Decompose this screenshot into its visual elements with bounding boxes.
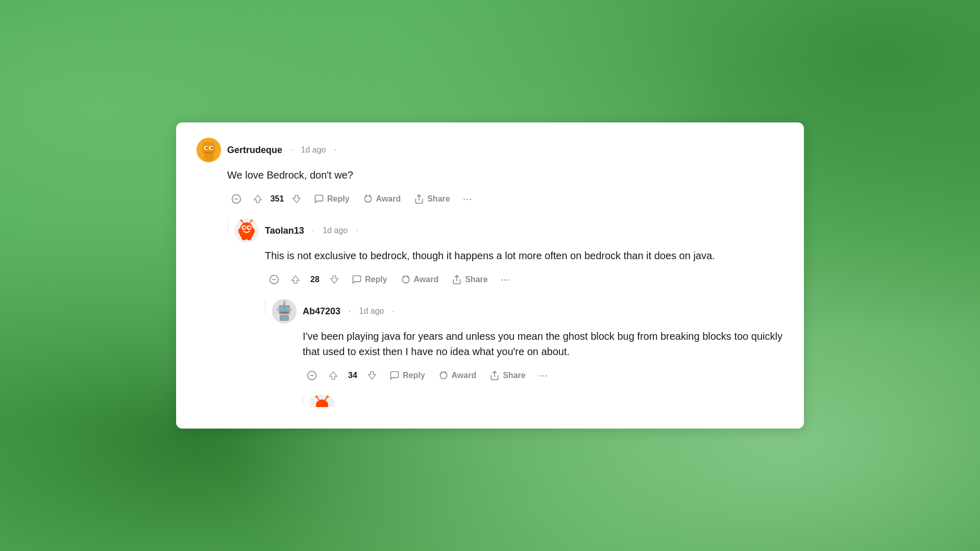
- upvote-icon-taolan: [290, 274, 301, 285]
- avatar-ab47203: [272, 299, 297, 323]
- share-icon-taolan: [452, 274, 462, 285]
- svg-point-38: [289, 308, 292, 311]
- username-taolan13: Taolan13: [265, 226, 304, 236]
- svg-point-49: [327, 395, 329, 398]
- more-dots-ab47203: ···: [538, 369, 547, 382]
- award-button-ab47203[interactable]: Award: [433, 367, 482, 384]
- comment-body-ab47203: I've been playing java for years and unl…: [303, 329, 783, 359]
- avatar-gertrudeque-icon: [197, 138, 221, 162]
- collapse-button-taolan13[interactable]: [265, 270, 283, 289]
- partial-avatar-icon: [310, 395, 334, 407]
- more-button-ab47203[interactable]: ···: [534, 366, 552, 385]
- comment-taolan13: Taolan13 · 1d ago · This is not exclusiv…: [227, 218, 783, 407]
- vote-count-ab47203: 34: [346, 371, 360, 380]
- avatar-taolan13-icon: [234, 218, 259, 243]
- downvote-icon: [291, 193, 302, 205]
- upvote-icon: [252, 193, 263, 205]
- svg-rect-34: [280, 308, 283, 310]
- svg-point-23: [243, 227, 246, 229]
- dot-3: ·: [312, 226, 314, 235]
- downvote-icon-taolan: [329, 274, 340, 285]
- dot-4: ·: [356, 226, 358, 235]
- vote-section-gertrudeque: 351: [249, 190, 306, 208]
- timestamp-taolan13: 1d ago: [323, 226, 348, 235]
- more-dots-gertrudeque: ···: [462, 192, 472, 206]
- dot-1: ·: [290, 145, 292, 155]
- svg-point-3: [202, 138, 205, 141]
- minus-icon-ab47203: [307, 370, 317, 381]
- downvote-button-taolan13[interactable]: [325, 270, 344, 289]
- award-icon-ab47203: [438, 370, 449, 381]
- award-label-ab47203: Award: [452, 371, 477, 380]
- comment-ab47203: Ab47203 · 1d ago · I've been playing jav…: [265, 299, 783, 407]
- vote-count-taolan13: 28: [308, 275, 322, 284]
- more-dots-taolan13: ···: [500, 273, 509, 286]
- action-bar-ab47203: 34: [303, 366, 783, 385]
- vote-count-gertrudeque: 351: [270, 194, 284, 204]
- share-icon-ab47203: [489, 370, 500, 381]
- comment-header-taolan13: Taolan13 · 1d ago ·: [234, 218, 783, 243]
- share-button-taolan13[interactable]: Share: [447, 271, 493, 288]
- dot-5: ·: [349, 307, 351, 316]
- svg-point-33: [283, 300, 286, 304]
- vote-section-taolan13: 28: [286, 270, 344, 289]
- vote-section-ab47203: 34: [324, 366, 381, 385]
- username-ab47203: Ab47203: [303, 306, 340, 317]
- action-bar-gertrudeque: 351 Reply: [227, 190, 783, 208]
- reply-icon: [314, 194, 324, 204]
- reply-button-gertrudeque[interactable]: Reply: [309, 191, 355, 207]
- dot-2: ·: [334, 145, 336, 155]
- svg-point-25: [241, 236, 247, 240]
- avatar-taolan13: [234, 218, 259, 243]
- comment-gertrudeque: Gertrudeque · 1d ago · We love Bedrock, …: [197, 138, 783, 407]
- downvote-button-ab47203[interactable]: [363, 366, 381, 385]
- timestamp-gertrudeque: 1d ago: [301, 145, 326, 155]
- minus-icon: [231, 194, 241, 204]
- reply-label-ab47203: Reply: [403, 371, 425, 380]
- svg-point-8: [206, 147, 208, 149]
- svg-point-9: [211, 147, 213, 149]
- more-button-taolan13[interactable]: ···: [496, 270, 514, 289]
- reply-button-ab47203[interactable]: Reply: [384, 367, 430, 384]
- more-button-gertrudeque[interactable]: ···: [458, 190, 477, 208]
- award-button-gertrudeque[interactable]: Award: [358, 191, 406, 207]
- svg-point-10: [204, 153, 214, 161]
- collapse-button-gertrudeque[interactable]: [227, 190, 246, 208]
- dot-6: ·: [392, 307, 394, 316]
- comment-card: Gertrudeque · 1d ago · We love Bedrock, …: [176, 122, 804, 429]
- comment-body-taolan13: This is not exclusive to bedrock, though…: [265, 248, 783, 263]
- award-label-taolan13: Award: [414, 275, 439, 284]
- upvote-button-ab47203[interactable]: [324, 366, 342, 385]
- share-label-gertrudeque: Share: [427, 194, 450, 204]
- svg-rect-35: [285, 308, 288, 310]
- svg-point-40: [283, 316, 286, 319]
- comment-header-gertrudeque: Gertrudeque · 1d ago ·: [197, 138, 783, 162]
- partial-avatar-container: [310, 395, 334, 407]
- comment-body-gertrudeque: We love Bedrock, don't we?: [227, 167, 783, 183]
- downvote-icon-ab47203: [366, 370, 378, 381]
- action-bar-taolan13: 28: [265, 270, 783, 289]
- downvote-button-gertrudeque[interactable]: [287, 190, 306, 208]
- minus-icon-taolan: [269, 274, 279, 285]
- award-button-taolan13[interactable]: Award: [396, 271, 444, 288]
- share-label-ab47203: Share: [503, 371, 525, 380]
- reply-icon-ab47203: [389, 370, 400, 381]
- comment-header-ab47203: Ab47203 · 1d ago ·: [272, 299, 783, 323]
- award-label-gertrudeque: Award: [376, 194, 401, 204]
- share-button-ab47203[interactable]: Share: [484, 367, 530, 384]
- upvote-button-gertrudeque[interactable]: [249, 190, 267, 208]
- svg-rect-36: [281, 312, 288, 313]
- reply-button-taolan13[interactable]: Reply: [347, 271, 393, 288]
- svg-point-18: [240, 219, 242, 221]
- reply-label-taolan13: Reply: [365, 275, 387, 284]
- avatar-ab47203-icon: [272, 299, 297, 323]
- share-button-gertrudeque[interactable]: Share: [409, 191, 455, 207]
- svg-point-20: [251, 219, 254, 221]
- award-icon: [363, 194, 373, 204]
- svg-point-47: [315, 395, 318, 398]
- svg-point-26: [247, 236, 252, 240]
- award-icon-taolan: [401, 274, 411, 285]
- collapse-button-ab47203[interactable]: [303, 366, 321, 385]
- upvote-button-taolan13[interactable]: [286, 270, 305, 289]
- upvote-icon-ab47203: [328, 370, 339, 381]
